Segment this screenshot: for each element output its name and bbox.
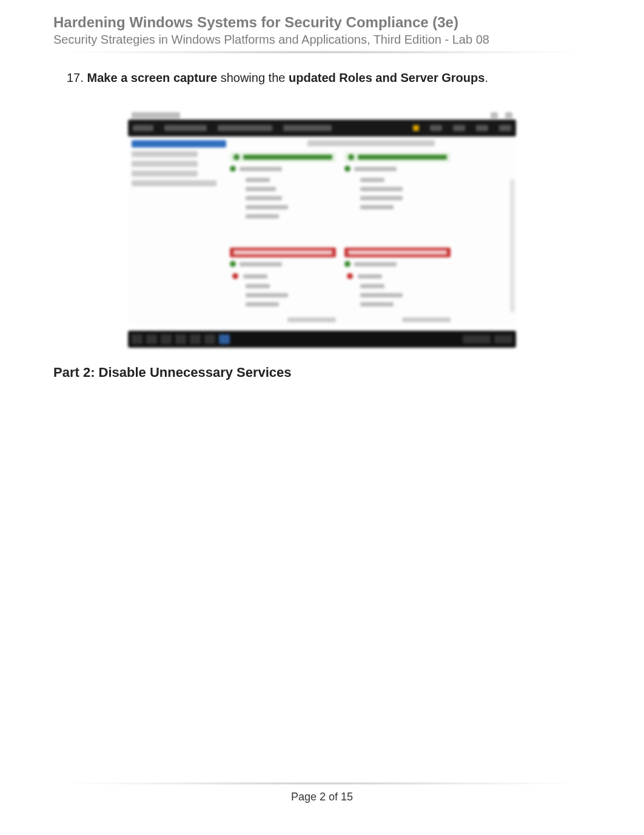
window-title-text (132, 112, 180, 118)
alert-dot-icon (347, 273, 353, 279)
menu-item (476, 125, 488, 131)
instruction-bold-1: Make a screen capture (87, 71, 218, 84)
tile-rows (230, 273, 336, 306)
taskbar-button (190, 334, 201, 344)
taskbar-button (204, 334, 215, 344)
taskbar-button (161, 334, 172, 344)
alert-dot-icon (232, 273, 238, 279)
menu-item (430, 125, 442, 131)
document-subtitle: Security Strategies in Windows Platforms… (53, 33, 591, 47)
nav-item (132, 171, 198, 177)
screenshot-placeholder (128, 111, 516, 348)
instruction-line: 17. Make a screen capture showing the up… (67, 69, 591, 87)
tile-header (344, 152, 451, 162)
nav-item (132, 161, 198, 167)
menu-item (499, 125, 511, 131)
server-manager-body (128, 137, 516, 326)
menubar (128, 120, 516, 137)
taskbar-clock (494, 335, 512, 343)
tile-rows (230, 178, 336, 218)
document-title: Hardening Windows Systems for Security C… (53, 13, 591, 32)
tile-header (344, 248, 451, 257)
tile-subheader (344, 166, 451, 172)
role-tile (344, 152, 451, 218)
instruction-plain-1: showing the (217, 71, 289, 84)
menu-item (164, 125, 207, 131)
menu-item (283, 125, 332, 131)
role-tile (230, 248, 336, 322)
taskbar-tray (463, 335, 491, 343)
tile-footer-link (402, 317, 451, 322)
tile-subtext (354, 262, 397, 266)
tile-subheader (344, 261, 451, 267)
dashboard-heading (307, 140, 435, 146)
taskbar-button (146, 334, 157, 344)
nav-item (132, 180, 216, 186)
header-divider (53, 50, 591, 54)
tile-header (230, 152, 336, 162)
window-titlebar (128, 111, 516, 120)
close-icon (505, 112, 512, 118)
tile-subtext (240, 262, 282, 266)
menu-item (453, 125, 465, 131)
page-number: Page 2 of 15 (0, 791, 644, 803)
instruction-bold-2: updated Roles and Server Groups (289, 71, 485, 84)
tile-subtext (354, 167, 397, 171)
tile-footer-link (287, 317, 336, 322)
menu-item (133, 125, 153, 131)
status-dot-icon (344, 261, 351, 267)
role-tile (344, 248, 451, 322)
tile-subtext (240, 167, 282, 171)
tile-header (230, 248, 336, 257)
status-dot-icon (344, 166, 351, 172)
dashboard-main (230, 140, 512, 322)
taskbar-button (132, 334, 143, 344)
nav-item-selected (132, 140, 226, 147)
tile-rows (344, 178, 451, 209)
tile-subheader (230, 261, 336, 267)
tile-title (358, 155, 447, 160)
tile-subheader (230, 166, 336, 172)
section-heading: Part 2: Disable Unnecessary Services (53, 365, 591, 380)
status-dot-icon (230, 261, 236, 267)
document-page: Hardening Windows Systems for Security C… (0, 0, 644, 835)
tile-row (230, 248, 512, 322)
role-tile (230, 152, 336, 218)
taskbar-button (175, 334, 186, 344)
instruction-number: 17. (67, 69, 84, 87)
minimize-icon (491, 112, 498, 118)
tile-title (348, 250, 447, 255)
taskbar (128, 331, 516, 348)
footer-divider (53, 782, 591, 785)
tile-title (243, 155, 332, 160)
flag-icon (413, 125, 419, 131)
menu-item (218, 125, 272, 131)
tile-row (230, 152, 512, 218)
tile-rows (344, 273, 451, 306)
window-controls (491, 112, 512, 118)
nav-panel (132, 140, 226, 322)
scrollbar (510, 179, 515, 313)
status-dot-icon (230, 166, 236, 172)
status-dot-icon (233, 154, 240, 160)
nav-item (132, 151, 198, 157)
taskbar-button-active (219, 334, 230, 344)
status-dot-icon (348, 154, 354, 160)
instruction-plain-2: . (485, 71, 488, 84)
tile-title (233, 250, 332, 255)
